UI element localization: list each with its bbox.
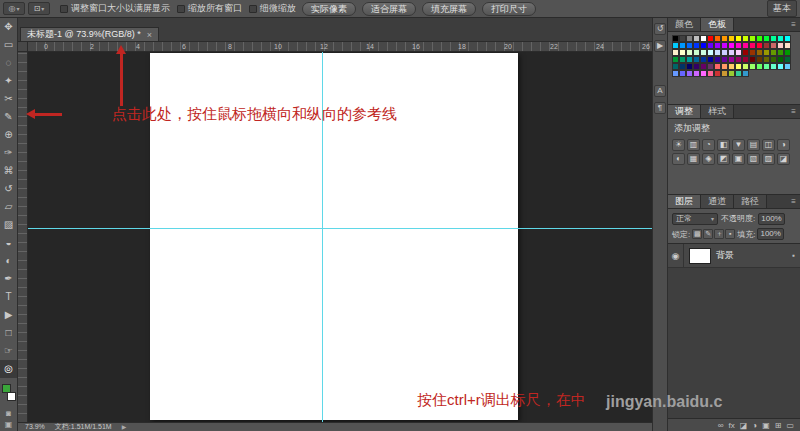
color-swatch[interactable] [756, 42, 763, 49]
ruler-corner[interactable] [18, 42, 28, 52]
exposure-icon[interactable]: ◧ [717, 139, 730, 151]
color-swatch[interactable] [735, 42, 742, 49]
color-swatch[interactable] [728, 56, 735, 63]
quick-selection-tool[interactable]: ✦ [0, 72, 17, 90]
color-swatch[interactable] [721, 49, 728, 56]
delete-layer-icon[interactable]: ▭ [786, 420, 794, 431]
brush-tool[interactable]: ✑ [0, 144, 17, 162]
color-swatch[interactable] [770, 35, 777, 42]
color-swatch[interactable] [672, 56, 679, 63]
tab-layers[interactable]: 图层 [668, 195, 701, 208]
color-swatch[interactable] [693, 63, 700, 70]
document-tab[interactable]: 未标题-1 @ 73.9%(RGB/8) * × [20, 27, 159, 41]
option-checkbox-0[interactable]: 调整窗口大小以满屏显示 [60, 2, 170, 15]
gradient-map-icon[interactable]: ▨ [762, 153, 775, 165]
color-swatch[interactable] [693, 42, 700, 49]
color-swatch[interactable] [749, 35, 756, 42]
tab-adjustments[interactable]: 调整 [668, 105, 701, 118]
selective-color-icon[interactable]: ◪ [777, 153, 790, 165]
screen-mode-icons[interactable]: ◙▣ [0, 408, 17, 430]
new-group-icon[interactable]: ▣ [762, 420, 770, 431]
color-swatch[interactable] [728, 63, 735, 70]
levels-icon[interactable]: ▥ [687, 139, 700, 151]
color-swatch[interactable] [756, 63, 763, 70]
color-swatch[interactable] [742, 35, 749, 42]
option-checkbox-1[interactable]: 缩放所有窗口 [177, 2, 242, 15]
clone-stamp-tool[interactable]: ⌘ [0, 162, 17, 180]
color-swatch[interactable] [672, 42, 679, 49]
gradient-tool[interactable]: ▨ [0, 216, 17, 234]
pen-tool[interactable]: ✒ [0, 270, 17, 288]
color-swatch[interactable] [770, 49, 777, 56]
color-swatch[interactable] [784, 63, 791, 70]
dodge-tool[interactable]: ◐ [0, 252, 17, 270]
tab-channels[interactable]: 通道 [701, 195, 734, 208]
paragraph-panel-icon[interactable]: ¶ [654, 102, 666, 114]
fill-value[interactable]: 100% [757, 228, 783, 240]
color-swatch[interactable] [735, 56, 742, 63]
color-swatch[interactable] [714, 70, 721, 77]
healing-brush-tool[interactable]: ⊕ [0, 126, 17, 144]
add-mask-icon[interactable]: ◪ [740, 420, 748, 431]
zoom-level-field[interactable]: 73.9% [25, 423, 45, 431]
invert-icon[interactable]: ◩ [717, 153, 730, 165]
tool-preset-picker-icon[interactable]: ⊡▾ [28, 2, 50, 15]
color-swatch[interactable] [679, 70, 686, 77]
posterize-icon[interactable]: ▣ [732, 153, 745, 165]
brightness-contrast-icon[interactable]: ☀ [672, 139, 685, 151]
color-swatch[interactable] [714, 56, 721, 63]
link-layers-icon[interactable]: ∞ [718, 420, 724, 431]
new-adjustment-icon[interactable]: ◑ [752, 420, 757, 431]
color-swatch[interactable] [686, 49, 693, 56]
color-swatch[interactable] [700, 35, 707, 42]
color-swatch[interactable] [763, 56, 770, 63]
color-swatch[interactable] [679, 63, 686, 70]
color-swatch[interactable] [700, 56, 707, 63]
color-swatch[interactable] [721, 35, 728, 42]
path-selection-tool[interactable]: ▶ [0, 306, 17, 324]
color-swatch[interactable] [707, 35, 714, 42]
color-swatch[interactable] [672, 70, 679, 77]
color-swatch[interactable] [742, 70, 749, 77]
color-lookup-icon[interactable]: ◈ [702, 153, 715, 165]
color-swatch[interactable] [756, 35, 763, 42]
color-swatch[interactable] [777, 49, 784, 56]
color-swatch[interactable] [728, 70, 735, 77]
color-swatch[interactable] [672, 63, 679, 70]
color-swatch[interactable] [784, 49, 791, 56]
tab-color[interactable]: 颜色 [668, 18, 701, 31]
eyedropper-tool[interactable]: ✎ [0, 108, 17, 126]
hand-tool[interactable]: ☞ [0, 342, 17, 360]
zoom-tool[interactable]: ◎ [0, 360, 17, 378]
actions-panel-icon[interactable]: ▶ [654, 40, 666, 52]
color-swatch[interactable] [700, 49, 707, 56]
color-swatch[interactable] [721, 56, 728, 63]
color-swatch[interactable] [742, 63, 749, 70]
color-swatch[interactable] [679, 49, 686, 56]
color-swatch[interactable] [693, 56, 700, 63]
zoom-tool-preset-icon[interactable]: ◎▾ [3, 2, 25, 15]
options-button-2[interactable]: 填充屏幕 [422, 2, 476, 16]
layer-style-icon[interactable]: fx [729, 420, 735, 431]
opacity-value[interactable]: 100% [758, 213, 784, 225]
color-swatch[interactable] [742, 42, 749, 49]
shape-tool[interactable]: □ [0, 324, 17, 342]
color-swatch[interactable] [707, 49, 714, 56]
color-swatch[interactable] [749, 42, 756, 49]
curves-icon[interactable]: ◔ [702, 139, 715, 151]
color-swatch[interactable] [679, 42, 686, 49]
color-swatch[interactable] [700, 42, 707, 49]
color-swatch[interactable] [749, 56, 756, 63]
color-swatch[interactable] [777, 63, 784, 70]
vertical-ruler[interactable] [18, 52, 28, 422]
color-swatch[interactable] [777, 56, 784, 63]
color-swatch[interactable] [686, 42, 693, 49]
eraser-tool[interactable]: ▱ [0, 198, 17, 216]
color-balance-icon[interactable]: ◫ [762, 139, 775, 151]
channel-mixer-icon[interactable]: ▦ [687, 153, 700, 165]
checkbox-box-icon[interactable] [249, 5, 257, 13]
lasso-tool[interactable]: ◌ [0, 54, 17, 72]
color-swatch[interactable] [742, 49, 749, 56]
color-swatch[interactable] [714, 42, 721, 49]
color-swatch[interactable] [763, 49, 770, 56]
